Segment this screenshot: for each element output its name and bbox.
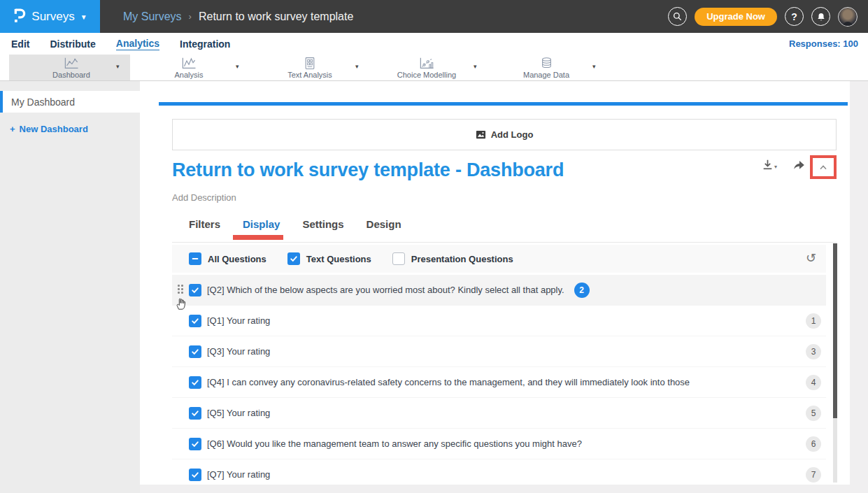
nav-analytics[interactable]: Analytics xyxy=(116,38,159,50)
user-avatar[interactable] xyxy=(838,7,858,27)
manage-data-dropdown-caret-icon[interactable]: ▾ xyxy=(592,63,596,70)
filter-text-questions[interactable]: Text Questions xyxy=(287,252,371,265)
nav-distribute[interactable]: Distribute xyxy=(50,38,95,50)
text-analysis-dropdown-caret-icon[interactable]: ▾ xyxy=(355,63,359,70)
tab-settings[interactable]: Settings xyxy=(302,218,343,237)
download-icon xyxy=(761,158,774,171)
new-dashboard-button[interactable]: + New Dashboard xyxy=(10,124,88,134)
document-grid-icon xyxy=(303,57,317,70)
accent-bar xyxy=(159,102,848,106)
display-tab-annotation xyxy=(233,235,283,240)
question-order-badge: 4 xyxy=(806,375,821,390)
question-order-badge: 3 xyxy=(806,344,821,359)
upgrade-now-button[interactable]: Upgrade Now xyxy=(695,8,777,26)
tabs-divider xyxy=(172,242,837,243)
tool-choice-modelling[interactable]: Choice Modelling xyxy=(378,55,476,80)
help-button[interactable]: ? xyxy=(785,7,804,26)
question-list: [Q2] Which of the below aspects are you … xyxy=(172,275,826,485)
nav-integration[interactable]: Integration xyxy=(180,38,230,50)
dashboard-sidebar: My Dashboard + New Dashboard xyxy=(0,81,140,493)
list-scrollbar-thumb[interactable] xyxy=(833,243,837,418)
breadcrumb-separator-icon: › xyxy=(189,11,192,22)
tool-text-analysis[interactable]: Text Analysis xyxy=(261,55,359,80)
breadcrumb-current: Return to work survey template xyxy=(199,10,353,23)
search-button[interactable] xyxy=(668,7,687,26)
question-row[interactable]: [Q6] Would you like the management team … xyxy=(172,429,826,459)
download-button[interactable]: ▾ xyxy=(761,158,777,171)
bell-icon xyxy=(816,12,826,22)
questionpro-logo-icon xyxy=(13,6,26,27)
checkbox-checked-icon[interactable] xyxy=(189,284,201,296)
checkbox-indeterminate-icon[interactable] xyxy=(189,252,201,265)
filter-all-questions[interactable]: All Questions xyxy=(189,252,266,265)
share-button[interactable] xyxy=(792,158,806,174)
breadcrumb-my-surveys[interactable]: My Surveys xyxy=(123,10,182,23)
tool-analysis[interactable]: Analysis xyxy=(140,55,238,80)
dashboard-title[interactable]: Return to work survey template - Dashboa… xyxy=(172,159,564,181)
chevron-up-icon xyxy=(818,162,829,172)
responses-count[interactable]: Responses: 100 xyxy=(789,38,868,49)
analytics-toolbar: Dashboard ▾ Analysis ▾ Text Analysis ▾ xyxy=(0,55,868,81)
choice-modelling-dropdown-caret-icon[interactable]: ▾ xyxy=(474,63,477,70)
checkbox-unchecked-icon[interactable] xyxy=(392,252,405,265)
download-caret-icon: ▾ xyxy=(774,164,777,170)
app-window: Surveys ▼ My Surveys › Return to work su… xyxy=(0,0,868,493)
header-actions: Upgrade Now ? xyxy=(668,7,868,27)
search-icon xyxy=(672,11,683,22)
tool-manage-data[interactable]: Manage Data xyxy=(497,55,595,80)
tab-display[interactable]: Display xyxy=(243,218,280,237)
question-row[interactable]: [Q4] I can convey any coronavirus-relate… xyxy=(172,367,826,398)
question-row[interactable]: [Q7] Your rating 7 xyxy=(172,459,826,485)
dashboard-panel: Add Logo Return to work survey template … xyxy=(140,81,850,485)
survey-nav: Edit Distribute Analytics Integration Re… xyxy=(0,33,868,55)
breadcrumb: My Surveys › Return to work survey templ… xyxy=(123,10,353,23)
question-row[interactable]: [Q2] Which of the below aspects are you … xyxy=(172,275,826,306)
notifications-button[interactable] xyxy=(811,7,830,26)
checkbox-checked-icon[interactable] xyxy=(189,407,201,420)
checkbox-checked-icon[interactable] xyxy=(189,315,201,327)
drag-handle-icon[interactable] xyxy=(178,285,183,294)
checkbox-checked-icon[interactable] xyxy=(189,376,201,389)
question-order-badge: 1 xyxy=(806,313,821,329)
add-description[interactable]: Add Description xyxy=(172,192,236,203)
dashboard-dropdown-caret-icon[interactable]: ▾ xyxy=(116,63,120,70)
app-switcher[interactable]: Surveys ▼ xyxy=(0,0,100,33)
tab-filters[interactable]: Filters xyxy=(189,218,220,237)
checkbox-checked-icon[interactable] xyxy=(189,345,201,358)
share-arrow-icon xyxy=(792,158,806,171)
question-order-badge: 6 xyxy=(806,436,821,452)
collapse-header-button-highlighted[interactable] xyxy=(810,155,837,179)
chevron-down-icon: ▼ xyxy=(80,13,87,21)
analysis-dropdown-caret-icon[interactable]: ▾ xyxy=(236,63,239,70)
filter-presentation-questions[interactable]: Presentation Questions xyxy=(392,252,513,265)
top-header: Surveys ▼ My Surveys › Return to work su… xyxy=(0,0,868,33)
tool-dashboard[interactable]: Dashboard xyxy=(22,55,120,80)
dashboard-tabs: Filters Display Settings Design xyxy=(189,218,401,237)
checkbox-checked-icon[interactable] xyxy=(189,438,201,450)
question-filter-bar: All Questions Text Questions Presentatio… xyxy=(172,245,826,273)
question-row[interactable]: [Q5] Your rating 5 xyxy=(172,398,826,429)
plus-icon: + xyxy=(10,124,15,134)
app-name: Surveys xyxy=(31,10,74,24)
sidebar-item-my-dashboard[interactable]: My Dashboard xyxy=(0,91,140,113)
question-row[interactable]: [Q3] Your rating 3 xyxy=(172,336,826,367)
line-chart-icon xyxy=(63,57,80,70)
list-scrollbar-track[interactable] xyxy=(833,243,837,483)
image-icon xyxy=(476,129,486,140)
database-icon xyxy=(540,56,553,70)
line-chart-icon xyxy=(180,57,197,70)
add-logo-button[interactable]: Add Logo xyxy=(172,119,837,150)
checkbox-checked-icon[interactable] xyxy=(287,252,300,265)
question-order-badge: 5 xyxy=(806,406,821,421)
tab-design[interactable]: Design xyxy=(367,218,401,237)
nav-edit[interactable]: Edit xyxy=(11,38,29,50)
question-row[interactable]: [Q1] Your rating 1 xyxy=(172,306,826,336)
scatter-chart-icon xyxy=(418,57,435,70)
question-order-badge: 7 xyxy=(806,467,821,483)
reset-order-button[interactable]: ↺ xyxy=(806,250,816,266)
question-order-badge: 2 xyxy=(574,283,590,298)
checkbox-checked-icon[interactable] xyxy=(189,469,201,481)
